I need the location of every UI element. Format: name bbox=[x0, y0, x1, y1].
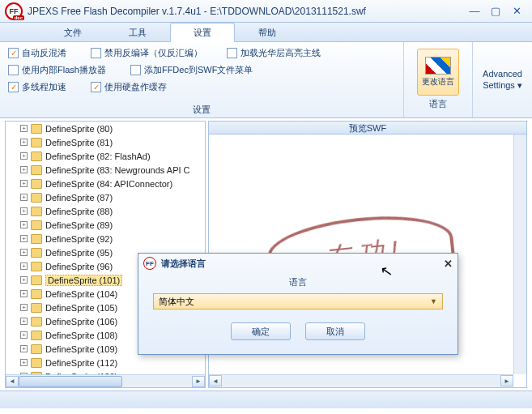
flags-icon bbox=[425, 57, 451, 75]
sprite-icon bbox=[31, 275, 42, 285]
tree-item-label: DefineSprite (109) bbox=[45, 344, 117, 354]
expand-icon[interactable]: + bbox=[20, 152, 28, 160]
tree-item[interactable]: +DefineSprite (92) bbox=[6, 232, 205, 245]
tree-item-label: DefineSprite (105) bbox=[45, 303, 117, 313]
expand-icon[interactable]: + bbox=[20, 318, 28, 325]
sprite-icon bbox=[31, 317, 42, 327]
chevron-down-icon: ▼ bbox=[430, 297, 437, 305]
sprite-icon bbox=[31, 289, 42, 299]
minimize-button[interactable]: — bbox=[464, 4, 485, 19]
tree-item-label: DefineSprite (96) bbox=[45, 262, 113, 271]
scroll-left-icon[interactable]: ◄ bbox=[6, 376, 19, 387]
tree-item-label: DefineSprite (84: APIConnector) bbox=[45, 179, 172, 189]
tree-item-label: DefineSprite (112) bbox=[45, 358, 117, 368]
chk-experimental[interactable]: 加载光华层高亮主线 bbox=[227, 47, 321, 59]
advanced-settings-button[interactable]: Advanced Settings ▾ bbox=[473, 42, 532, 117]
chk-label: 自动反混淆 bbox=[22, 47, 66, 59]
tab-帮助[interactable]: 帮助 bbox=[235, 23, 300, 41]
ribbon-group-language: 更改语言 语言 bbox=[404, 42, 473, 117]
expand-icon[interactable]: + bbox=[20, 235, 28, 242]
expand-icon[interactable]: + bbox=[20, 194, 28, 201]
expand-icon[interactable]: + bbox=[20, 304, 28, 311]
sprite-icon bbox=[31, 138, 42, 147]
scroll-right-icon[interactable]: ► bbox=[192, 376, 205, 387]
expand-icon[interactable]: + bbox=[20, 125, 28, 132]
tree-item[interactable]: +DefineSprite (87) bbox=[6, 190, 205, 204]
chk-disable-decomp[interactable]: 禁用反编译（仅反汇编） bbox=[91, 47, 202, 59]
tab-文件[interactable]: 文件 bbox=[40, 23, 105, 41]
tree-item[interactable]: +DefineSprite (82: FlashAd) bbox=[6, 149, 205, 163]
tree-item-label: DefineSprite (87) bbox=[45, 193, 113, 203]
sprite-icon bbox=[31, 152, 42, 161]
language-select[interactable]: 简体中文 ▼ bbox=[153, 293, 443, 309]
select-value: 简体中文 bbox=[159, 296, 194, 308]
tree-item[interactable]: +DefineSprite (83: Newgrounds API C bbox=[6, 163, 205, 177]
ribbon-tabbar: 文件工具设置帮助 bbox=[0, 23, 532, 42]
sprite-icon bbox=[31, 358, 42, 368]
tree-item-label: DefineSprite (108) bbox=[45, 331, 117, 340]
chk-cache-disk[interactable]: 使用硬盘作缓存 bbox=[91, 81, 167, 93]
expand-icon[interactable]: + bbox=[20, 139, 28, 146]
expand-icon[interactable]: + bbox=[20, 166, 28, 173]
scroll-right-icon[interactable]: ► bbox=[500, 375, 513, 386]
expand-icon[interactable]: + bbox=[20, 290, 28, 297]
scrollbar-horizontal[interactable]: ◄ ► bbox=[209, 374, 513, 387]
maximize-button[interactable]: ▢ bbox=[485, 4, 506, 19]
tree-item[interactable]: +DefineSprite (112) bbox=[6, 356, 205, 369]
sprite-icon bbox=[31, 234, 42, 244]
tree-item[interactable]: +DefineSprite (81) bbox=[6, 135, 205, 149]
preview-header: 预览SWF bbox=[209, 122, 526, 134]
tree-item[interactable]: +DefineSprite (88) bbox=[6, 204, 205, 218]
expand-icon[interactable]: + bbox=[20, 345, 28, 352]
scroll-thumb[interactable] bbox=[19, 376, 122, 387]
scroll-track[interactable] bbox=[19, 376, 192, 387]
sprite-icon bbox=[31, 179, 42, 189]
cancel-button[interactable]: 取消 bbox=[305, 322, 365, 340]
tree-item-label: DefineSprite (101) bbox=[45, 275, 122, 286]
tree-item[interactable]: +DefineSprite (84: APIConnector) bbox=[6, 177, 205, 190]
tree-item-label: DefineSprite (89) bbox=[45, 220, 113, 230]
close-button[interactable]: ✕ bbox=[506, 4, 527, 19]
close-icon[interactable]: ✕ bbox=[444, 258, 453, 270]
sprite-icon bbox=[31, 207, 42, 216]
sprite-icon bbox=[31, 124, 42, 134]
chk-auto-deob[interactable]: 自动反混淆 bbox=[8, 47, 66, 59]
scroll-left-icon[interactable]: ◄ bbox=[209, 375, 222, 386]
tree-item-label: DefineSprite (106) bbox=[45, 317, 117, 327]
titlebar: FF JPEXS Free Flash Decompiler v.1.7.4u1… bbox=[0, 0, 532, 23]
expand-icon[interactable]: + bbox=[20, 276, 28, 284]
expand-icon[interactable]: + bbox=[20, 331, 28, 339]
tab-工具[interactable]: 工具 bbox=[105, 23, 170, 41]
scrollbar-vertical[interactable] bbox=[513, 134, 526, 374]
change-language-button[interactable]: 更改语言 bbox=[417, 49, 459, 96]
scrollbar-horizontal[interactable]: ◄ ► bbox=[6, 374, 205, 387]
dialog-titlebar: FF 请选择语言 ✕ bbox=[138, 254, 458, 273]
chk-internal-player[interactable]: 使用内部Flash播放器 bbox=[8, 64, 106, 76]
sprite-icon bbox=[31, 331, 42, 340]
chk-add-ffdec[interactable]: 添加FFDec到SWF文件菜单 bbox=[130, 64, 253, 76]
ribbon-group-label: 设置 bbox=[8, 101, 395, 116]
scroll-track[interactable] bbox=[222, 375, 500, 386]
chk-label: 使用硬盘作缓存 bbox=[104, 81, 167, 93]
expand-icon[interactable]: + bbox=[20, 262, 28, 270]
chk-multi-thread[interactable]: 多线程加速 bbox=[8, 81, 66, 93]
sprite-icon bbox=[31, 303, 42, 313]
tree-item-label: DefineSprite (81) bbox=[45, 138, 113, 147]
expand-icon[interactable]: + bbox=[20, 180, 28, 187]
ok-button[interactable]: 确定 bbox=[231, 322, 291, 340]
sprite-icon bbox=[31, 248, 42, 258]
ribbon: 自动反混淆 禁用反编译（仅反汇编） 加载光华层高亮主线 使用内部Flash播放器… bbox=[0, 42, 532, 118]
tree-item[interactable]: +DefineSprite (89) bbox=[6, 218, 205, 232]
tree-item-label: DefineSprite (92) bbox=[45, 234, 113, 244]
ribbon-group-settings: 自动反混淆 禁用反编译（仅反汇编） 加载光华层高亮主线 使用内部Flash播放器… bbox=[0, 42, 404, 117]
window-title: JPEXS Free Flash Decompiler v.1.7.4u1 - … bbox=[28, 6, 464, 17]
tree-item[interactable]: +DefineSprite (80) bbox=[6, 122, 205, 135]
expand-icon[interactable]: + bbox=[20, 221, 28, 228]
expand-icon[interactable]: + bbox=[20, 359, 28, 366]
ribbon-group-label: 语言 bbox=[412, 96, 464, 110]
expand-icon[interactable]: + bbox=[20, 207, 28, 215]
tab-设置[interactable]: 设置 bbox=[170, 23, 235, 42]
tree-item-label: DefineSprite (82: FlashAd) bbox=[45, 152, 151, 161]
statusbar bbox=[0, 391, 532, 408]
expand-icon[interactable]: + bbox=[20, 249, 28, 256]
